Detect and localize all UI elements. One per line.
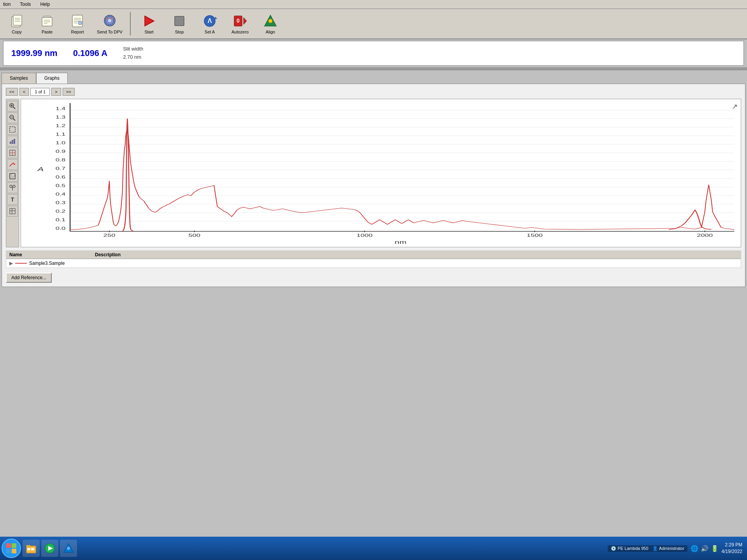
chart-wrapper: T ↗ 1.4 1.3 1.2 1.1 1.0 0.9 — [6, 99, 741, 247]
instrument-status-text: PE Lambda 950 — [617, 546, 648, 551]
svg-text:0.6: 0.6 — [56, 174, 66, 179]
autozero-label: Autozero — [231, 30, 249, 34]
chart-tool-zoom-out[interactable] — [7, 112, 18, 123]
set-a-label: Set A — [205, 30, 215, 34]
legend-col-description: Description — [95, 252, 738, 257]
prev-page-button[interactable]: < — [19, 88, 29, 96]
svg-rect-39 — [10, 127, 15, 132]
copy-icon — [9, 13, 25, 29]
align-label: Align — [266, 30, 275, 34]
taskbar-app-icon[interactable] — [60, 540, 77, 557]
chart-tool-cursor[interactable] — [7, 147, 18, 158]
chart-area: ↗ 1.4 1.3 1.2 1.1 1.0 0.9 0.8 0.7 0.6 0.… — [21, 99, 741, 247]
chart-tool-graph[interactable] — [7, 159, 18, 170]
legend-expand-icon[interactable]: ▶ — [9, 261, 13, 266]
chart-tool-grid[interactable] — [7, 206, 18, 217]
svg-rect-103 — [6, 549, 11, 553]
first-page-button[interactable]: << — [6, 88, 18, 96]
report-label: Report — [71, 30, 84, 34]
legend-table: Name Description ▶ Sample3.Sample — [6, 250, 741, 268]
svg-point-20 — [107, 18, 108, 19]
svg-point-47 — [11, 174, 12, 176]
svg-text:0.2: 0.2 — [56, 208, 66, 213]
report-button[interactable]: Report — [64, 11, 91, 36]
status-bar-instrument: 💿 PE Lambda 950 👤 Administrator — [608, 545, 687, 552]
battery-icon[interactable]: 🔋 — [711, 545, 719, 552]
copy-button[interactable]: Copy — [3, 11, 30, 36]
svg-text:nm: nm — [395, 239, 406, 245]
instrument-status-icon: 💿 — [611, 546, 616, 551]
clock-time: 2:29 PM — [722, 542, 742, 548]
svg-rect-53 — [10, 208, 15, 214]
taskbar: 💿 PE Lambda 950 👤 Administrator 🌐 🔊 🔋 2:… — [0, 537, 747, 560]
svg-text:0.4: 0.4 — [56, 191, 66, 196]
svg-text:0.9: 0.9 — [56, 149, 66, 153]
menu-tools[interactable]: Tools — [18, 1, 32, 8]
send-to-dpv-button[interactable]: Send To DPV — [94, 11, 125, 36]
slit-label: Slit width — [123, 45, 143, 53]
svg-text:1000: 1000 — [356, 233, 372, 237]
tab-graphs[interactable]: Graphs — [36, 73, 68, 84]
legend-sample-name: ▶ Sample3.Sample — [9, 261, 95, 266]
menu-help[interactable]: Help — [39, 1, 51, 8]
menu-tion[interactable]: tion — [2, 1, 12, 8]
svg-marker-29 — [244, 18, 247, 24]
svg-text:0.0: 0.0 — [56, 226, 66, 230]
copy-label: Copy — [12, 30, 22, 34]
svg-point-19 — [109, 19, 111, 22]
user-icon: 👤 — [652, 546, 658, 551]
stop-icon — [172, 13, 187, 29]
system-clock[interactable]: 2:29 PM 4/19/2022 — [722, 542, 742, 555]
chart-tool-select[interactable] — [7, 124, 18, 135]
stop-label: Stop — [175, 30, 184, 34]
toolbar-separator-1 — [130, 12, 131, 35]
start-label: Start — [144, 30, 153, 34]
svg-text:1.2: 1.2 — [56, 123, 66, 128]
chart-tool-bar[interactable] — [7, 136, 18, 147]
start-menu-button[interactable] — [2, 539, 21, 558]
svg-text:0.8: 0.8 — [56, 157, 66, 162]
next-page-button[interactable]: > — [51, 88, 61, 96]
stop-button[interactable]: Stop — [166, 11, 193, 36]
start-icon — [141, 13, 157, 29]
svg-rect-41 — [12, 140, 13, 144]
svg-text:1.0: 1.0 — [56, 140, 66, 145]
svg-text:1500: 1500 — [527, 233, 543, 237]
add-reference-button[interactable]: Add Reference... — [6, 273, 52, 283]
svg-line-50 — [12, 187, 12, 188]
align-button[interactable]: Align — [257, 11, 284, 36]
chart-tool-text[interactable]: T — [7, 194, 18, 205]
last-page-button[interactable]: >> — [63, 88, 75, 96]
autozero-icon: 0 — [232, 13, 248, 29]
taskbar-media-player[interactable] — [41, 540, 58, 557]
tab-bar: Samples Graphs — [2, 73, 745, 84]
svg-text:0.3: 0.3 — [56, 200, 66, 205]
network-icon[interactable]: 🌐 — [691, 545, 698, 552]
toolbar: Copy Paste Report — [0, 9, 747, 39]
wavelength-display: 1999.99 nm — [11, 48, 58, 58]
chart-tool-image[interactable] — [7, 171, 18, 182]
paste-button[interactable]: Paste — [33, 11, 61, 36]
set-a-button[interactable]: Λ Set A — [196, 11, 223, 36]
tab-samples[interactable]: Samples — [2, 73, 36, 84]
svg-line-51 — [12, 187, 13, 188]
slit-info: Slit width 2.70 nm — [123, 45, 143, 61]
svg-marker-22 — [145, 16, 154, 26]
menu-bar: tion Tools Help — [0, 0, 747, 9]
legend-col-name: Name — [9, 252, 95, 257]
slit-value: 2.70 nm — [123, 53, 143, 61]
svg-rect-40 — [10, 142, 11, 144]
autozero-button[interactable]: 0 Autozero — [226, 11, 254, 36]
svg-rect-102 — [12, 543, 16, 548]
paste-label: Paste — [42, 30, 53, 34]
legend-line-color — [15, 263, 27, 264]
svg-rect-107 — [27, 548, 30, 550]
svg-text:0: 0 — [237, 18, 240, 24]
paste-icon — [39, 13, 55, 29]
chart-tool-scissors[interactable] — [7, 182, 18, 193]
spectrum-chart: 1.4 1.3 1.2 1.1 1.0 0.9 0.8 0.7 0.6 0.5 … — [21, 99, 741, 247]
start-button[interactable]: Start — [135, 11, 163, 36]
taskbar-file-manager[interactable] — [23, 540, 40, 557]
chart-tool-zoom[interactable] — [7, 101, 18, 112]
volume-icon[interactable]: 🔊 — [701, 545, 708, 552]
